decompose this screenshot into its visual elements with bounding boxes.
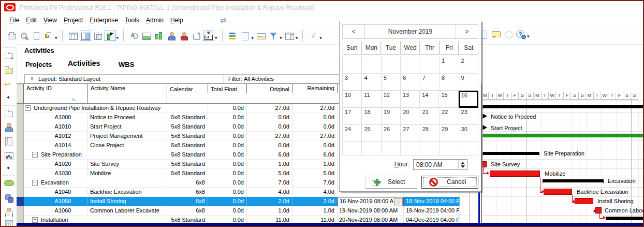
number-icon[interactable]: # — [309, 32, 318, 40]
orig-dur-cell[interactable]: 6.0d — [247, 150, 292, 160]
rem-dur-cell[interactable]: 0.0d — [292, 141, 338, 150]
columns-icon[interactable] — [241, 32, 250, 40]
task-bar-mobilize[interactable] — [490, 171, 540, 177]
day-cell[interactable]: 18 — [362, 108, 381, 125]
columns-dropdown-icon[interactable]: ▾ — [252, 35, 254, 40]
total-float-cell[interactable]: 0.0d — [208, 122, 247, 132]
gantt-view-icon[interactable] — [81, 32, 90, 40]
refresh-icon[interactable] — [192, 32, 201, 40]
publish-icon[interactable] — [44, 32, 53, 40]
rem-dur-cell[interactable]: 5.0d — [292, 169, 338, 178]
day-cell[interactable] — [401, 56, 420, 74]
activity-name-cell[interactable]: Start Project — [88, 122, 167, 132]
activity-name-cell[interactable]: Common Laborer Excavate — [88, 206, 167, 216]
calendar-cell[interactable]: 5x8 Standard — [167, 160, 208, 169]
day-cell[interactable]: 22 — [440, 108, 459, 125]
orig-dur-cell[interactable]: 7.0d — [247, 178, 292, 188]
milestone-icon[interactable] — [204, 32, 213, 40]
tools-dropdown-icon[interactable]: ▾ — [215, 35, 217, 40]
task-bar-backhoe-excavation[interactable] — [544, 189, 572, 195]
day-cell[interactable]: 13 — [401, 91, 420, 108]
calculator-icon[interactable] — [4, 220, 13, 227]
open-project-icon[interactable] — [4, 66, 13, 74]
orig-dur-cell[interactable]: 5.0d — [247, 169, 292, 178]
collapse-icon[interactable]: − — [32, 152, 38, 158]
day-cell[interactable]: 6 — [401, 74, 420, 91]
table-row-selected[interactable]: A1050 Install Shoring 6x8 0.0d 2.0d 2.0d… — [24, 197, 470, 206]
activity-id-cell[interactable]: A1014 — [24, 141, 88, 150]
menu-edit[interactable]: Edit — [26, 17, 37, 24]
menu-enterprise[interactable]: Enterprise — [90, 17, 118, 24]
tab-projects[interactable]: Projects — [25, 61, 52, 68]
day-cell[interactable] — [362, 56, 381, 74]
rem-dur-cell[interactable]: 0.0d — [292, 122, 338, 132]
next-month-button[interactable]: > — [456, 24, 478, 39]
day-cell[interactable]: 3 — [342, 74, 362, 91]
table-row[interactable]: A1060 Common Laborer Excavate 6x8 0.0d 1… — [24, 206, 470, 216]
resource-usage-icon[interactable] — [154, 32, 164, 40]
summary-bar-project[interactable] — [482, 105, 644, 108]
spin-up-icon[interactable] — [461, 162, 465, 164]
summary-bar-excavation[interactable] — [543, 179, 604, 182]
orig-dur-cell[interactable]: 1.0d — [247, 160, 292, 169]
day-cell[interactable]: 30 — [459, 125, 478, 142]
day-cell[interactable]: 4 — [362, 74, 381, 91]
finish-cell[interactable]: 18-Nov-2019 04:00 PM — [404, 197, 460, 206]
total-float-cell[interactable]: 0.0d — [208, 197, 247, 206]
add-activity-icon[interactable] — [142, 32, 151, 40]
filter-icon[interactable] — [269, 32, 278, 40]
calendar-cell[interactable]: 6x8 — [167, 206, 208, 216]
rem-dur-cell[interactable]: 1.0d — [292, 160, 338, 169]
activity-name-cell[interactable]: Install Shoring — [88, 197, 167, 206]
activity-name-cell[interactable]: Mobilize — [88, 169, 167, 178]
day-cell[interactable]: 23 — [459, 108, 478, 125]
rem-dur-cell[interactable]: 6.0d — [292, 150, 338, 160]
day-cell[interactable]: 17 — [342, 108, 362, 125]
orig-dur-cell[interactable]: 0.0d — [247, 122, 292, 132]
day-cell[interactable]: 10 — [342, 91, 362, 108]
day-cell[interactable]: 24 — [342, 125, 362, 142]
sync-icon[interactable]: ⇄ — [220, 16, 227, 25]
calendar-cell[interactable] — [167, 104, 208, 113]
filter-dropdown-icon[interactable]: ▾ — [280, 35, 282, 40]
chevron-down-icon[interactable]: ∨ — [30, 75, 34, 81]
task-bar-install-shoring[interactable] — [575, 198, 593, 204]
day-cell[interactable]: 1 — [440, 56, 459, 74]
calendar-cell[interactable]: 5x8 Standard — [167, 141, 208, 150]
orig-dur-cell[interactable]: 27.0d — [247, 132, 292, 141]
rem-dur-cell[interactable]: 1.0d — [292, 206, 338, 216]
activity-name-cell[interactable]: Site Survey — [88, 160, 167, 169]
help-icon[interactable] — [516, 30, 525, 38]
activity-name-cell[interactable]: Project Management — [88, 132, 167, 141]
resources-sidebar-icon[interactable] — [4, 123, 13, 131]
table-view-icon[interactable] — [68, 32, 78, 40]
day-cell[interactable]: 9 — [459, 74, 478, 91]
collapse-icon[interactable]: − — [32, 180, 38, 186]
calendar-cell[interactable]: 5x8 Standard — [167, 132, 208, 141]
orig-dur-cell[interactable]: 0.0d — [247, 113, 292, 122]
orig-dur-cell[interactable]: 27.0d — [247, 104, 292, 113]
day-cell[interactable]: 27 — [401, 125, 420, 142]
start-cell[interactable]: 19-Nov-2019 08:00 AM — [338, 206, 404, 216]
calendar-cell[interactable]: 5x8 Standard — [167, 150, 208, 160]
total-float-cell[interactable]: 0.0d — [208, 141, 247, 150]
col-original-duration[interactable]: Original Duration — [247, 84, 292, 93]
col-calendar[interactable]: Calendar — [167, 84, 208, 93]
activity-id-cell[interactable]: A1040 — [24, 188, 88, 197]
prev-month-button[interactable]: < — [342, 24, 365, 39]
tab-wbs[interactable]: WBS — [119, 61, 134, 68]
activity-id-cell[interactable]: A1030 — [24, 169, 88, 178]
activity-id-cell[interactable]: A1020 — [24, 160, 88, 169]
print-icon[interactable] — [7, 32, 16, 40]
total-float-cell[interactable]: 0.0d — [208, 206, 247, 216]
total-float-cell[interactable]: 0.0d — [208, 132, 247, 141]
total-float-cell[interactable]: 0.0d — [208, 104, 247, 113]
activity-name-cell[interactable]: Close Project — [88, 141, 167, 150]
page-setup-icon[interactable] — [32, 32, 41, 40]
menu-view[interactable]: View — [43, 17, 57, 24]
bars-icon[interactable] — [228, 32, 238, 40]
print-dropdown-icon[interactable]: ▾ — [55, 35, 57, 40]
activity-id-cell[interactable]: A1060 — [24, 206, 88, 216]
total-float-cell[interactable]: 0.0d — [208, 160, 247, 169]
col-total-float[interactable]: Total Float — [208, 84, 247, 93]
